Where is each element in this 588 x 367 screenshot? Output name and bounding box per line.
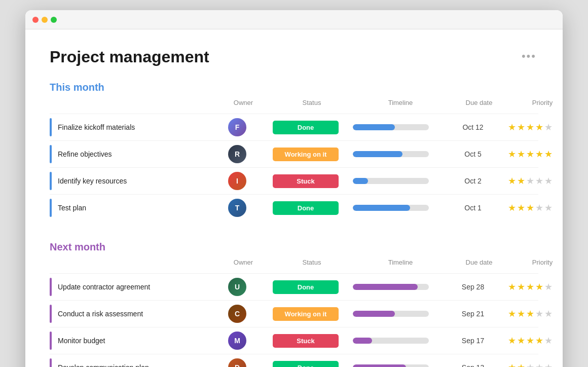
star-4[interactable]: ★ [535,175,543,187]
maximize-dot[interactable] [51,17,57,23]
column-headers: OwnerStatusTimelineDue datePriority+ [50,93,538,114]
star-3[interactable]: ★ [526,122,534,133]
star-4[interactable]: ★ [535,335,543,346]
avatar: T [228,199,246,217]
star-2[interactable]: ★ [517,335,525,346]
task-name-label[interactable]: Monitor budget [58,337,105,345]
star-5[interactable]: ★ [544,149,553,160]
star-2[interactable]: ★ [517,149,525,160]
timeline-bar [353,284,429,290]
status-badge[interactable]: Stuck [273,334,339,348]
status-cell: Working on it [263,148,349,161]
star-1[interactable]: ★ [508,202,516,213]
owner-cell: F [212,118,263,136]
table-row: Update contractor agreementUDoneSep 28★★… [50,273,538,300]
table-row: Finalize kickoff materialsFDoneOct 12★★★… [50,114,538,140]
owner-cell: M [212,332,263,350]
star-5[interactable]: ★ [544,308,553,319]
status-cell: Done [263,280,349,294]
star-2[interactable]: ★ [517,308,525,319]
timeline-fill [353,311,395,317]
titlebar [25,10,563,29]
star-2[interactable]: ★ [517,175,525,187]
row-border-indicator [50,278,52,296]
star-3[interactable]: ★ [526,202,534,213]
task-name-label[interactable]: Update contractor agreement [58,283,150,291]
star-1[interactable]: ★ [508,335,516,346]
timeline-cell [349,178,440,184]
task-name-cell: Finalize kickoff materials [50,118,212,136]
star-5[interactable]: ★ [544,175,553,187]
status-cell: Stuck [263,334,349,348]
owner-cell: R [212,145,263,163]
row-border-indicator [50,172,52,190]
timeline-bar [353,151,429,157]
status-badge[interactable]: Stuck [273,174,339,188]
priority-cell: ★★★★★ [506,122,563,133]
task-name-label[interactable]: Develop communication plan [58,363,149,367]
star-1[interactable]: ★ [508,122,516,133]
col-header-owner: Owner [218,259,269,266]
star-3[interactable]: ★ [526,175,534,187]
star-1[interactable]: ★ [508,149,516,160]
due-date-cell: Sep 17 [440,337,506,345]
timeline-cell [349,311,440,317]
avatar: R [228,145,246,163]
star-1[interactable]: ★ [508,362,516,367]
status-badge[interactable]: Done [273,201,339,215]
task-name-label[interactable]: Test plan [58,204,86,212]
timeline-cell [349,124,440,130]
star-2[interactable]: ★ [517,122,525,133]
star-3[interactable]: ★ [526,149,534,160]
avatar: C [228,305,246,323]
star-3[interactable]: ★ [526,335,534,346]
avatar: M [228,332,246,350]
timeline-fill [353,151,402,157]
status-badge[interactable]: Done [273,361,339,368]
task-name-cell: Refine objectives [50,145,212,163]
star-3[interactable]: ★ [526,362,534,367]
star-2[interactable]: ★ [517,362,525,367]
star-4[interactable]: ★ [535,149,543,160]
star-4[interactable]: ★ [535,281,543,292]
status-badge[interactable]: Working on it [273,307,339,321]
star-5[interactable]: ★ [544,122,553,133]
star-1[interactable]: ★ [508,308,516,319]
row-border-indicator [50,145,52,163]
star-2[interactable]: ★ [517,281,525,292]
row-border-indicator [50,358,52,367]
table-row: Conduct a risk assessmentCWorking on itS… [50,300,538,327]
status-badge[interactable]: Done [273,280,339,294]
star-3[interactable]: ★ [526,308,534,319]
timeline-fill [353,284,418,290]
star-5[interactable]: ★ [544,335,553,346]
status-badge[interactable]: Working on it [273,148,339,161]
star-4[interactable]: ★ [535,202,543,213]
minimize-dot[interactable] [42,17,48,23]
avatar: F [228,118,246,136]
star-5[interactable]: ★ [544,202,553,213]
status-cell: Done [263,201,349,215]
col-header-status: Status [269,99,355,106]
more-options-button[interactable]: ••• [520,48,538,65]
col-header-priority: Priority [512,99,563,106]
status-badge[interactable]: Done [273,121,339,134]
star-5[interactable]: ★ [544,281,553,292]
star-4[interactable]: ★ [535,122,543,133]
row-border-indicator [50,305,52,323]
task-name-label[interactable]: Refine objectives [58,150,112,158]
task-name-label[interactable]: Identify key resources [58,177,127,185]
close-dot[interactable] [32,17,39,23]
main-content: Project management ••• This monthOwnerSt… [25,29,563,367]
priority-cell: ★★★★★ [506,175,563,187]
star-3[interactable]: ★ [526,281,534,292]
star-4[interactable]: ★ [535,362,543,367]
task-name-label[interactable]: Conduct a risk assessment [58,310,143,318]
star-1[interactable]: ★ [508,175,516,187]
star-5[interactable]: ★ [544,362,553,367]
status-cell: Done [263,361,349,368]
star-2[interactable]: ★ [517,202,525,213]
star-4[interactable]: ★ [535,308,543,319]
star-1[interactable]: ★ [508,281,516,292]
task-name-label[interactable]: Finalize kickoff materials [58,123,135,131]
